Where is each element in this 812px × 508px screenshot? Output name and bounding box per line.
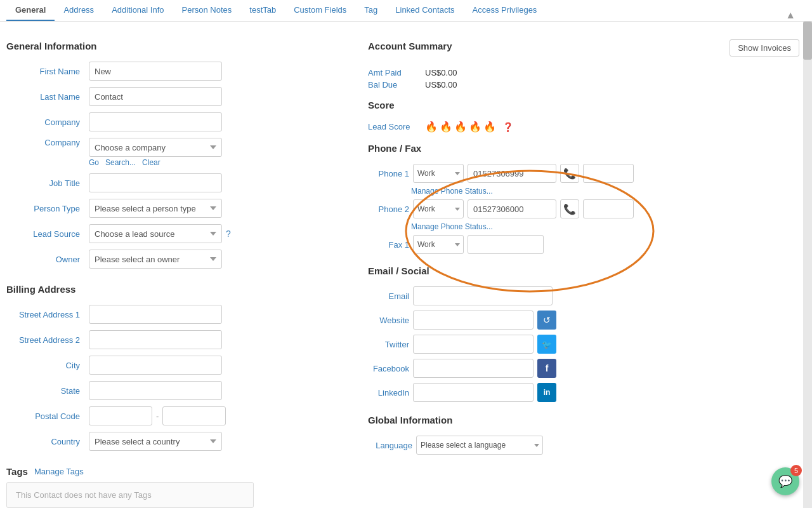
scrollbar-track[interactable] bbox=[803, 22, 812, 508]
company-clear-link[interactable]: Clear bbox=[142, 158, 160, 167]
first-name-input[interactable] bbox=[89, 62, 222, 81]
fax1-input[interactable] bbox=[468, 235, 544, 254]
postal-input1[interactable] bbox=[89, 406, 152, 425]
tab-additional-info[interactable]: Additional Info bbox=[103, 0, 173, 21]
tab-access-privileges[interactable]: Access Privileges bbox=[464, 0, 546, 21]
phone1-manage-link[interactable]: Manage Phone Status... bbox=[368, 187, 799, 196]
linkedin-label: LinkedIn bbox=[368, 388, 409, 398]
main-content: General Information First Name Last Name… bbox=[0, 22, 812, 508]
tags-header: Tags Manage Tags bbox=[6, 466, 343, 477]
email-social-title: Email / Social bbox=[368, 265, 799, 276]
email-input[interactable] bbox=[413, 286, 553, 305]
language-row: Language Please select a language bbox=[368, 436, 799, 455]
phone1-label: Phone 1 bbox=[368, 169, 409, 178]
country-row: Country Please select a country bbox=[6, 432, 343, 451]
right-panel: Account Summary Show Invoices Amt Paid U… bbox=[362, 34, 799, 508]
job-title-label: Job Title bbox=[6, 178, 89, 188]
street2-label: Street Address 2 bbox=[6, 335, 89, 345]
account-summary-section: Account Summary Show Invoices Amt Paid U… bbox=[368, 34, 799, 90]
city-row: City bbox=[6, 356, 343, 375]
company-text-input[interactable] bbox=[89, 112, 222, 131]
phone2-type-select[interactable]: Work bbox=[413, 199, 464, 218]
company-links: Go Search... Clear bbox=[89, 158, 222, 167]
amt-paid-value: US$0.00 bbox=[425, 68, 457, 77]
street2-row: Street Address 2 bbox=[6, 330, 343, 349]
street2-input[interactable] bbox=[89, 330, 222, 349]
collapse-icon[interactable]: ▲ bbox=[785, 10, 806, 21]
flame-3: 🔥 bbox=[454, 121, 467, 133]
lead-source-label: Lead Source bbox=[6, 229, 89, 239]
phone1-type-select[interactable]: Work bbox=[413, 164, 464, 183]
phone2-row: Phone 2 Work 📞 bbox=[368, 199, 799, 218]
fax1-type-select[interactable]: Work bbox=[413, 235, 464, 254]
flame-5: 🔥 bbox=[483, 121, 496, 133]
country-label: Country bbox=[6, 437, 89, 446]
twitter-icon: 🐦 bbox=[542, 340, 552, 349]
postal-input2[interactable] bbox=[162, 406, 226, 425]
website-open-button[interactable]: ↺ bbox=[537, 311, 556, 330]
state-input[interactable] bbox=[89, 381, 222, 400]
tab-address[interactable]: Address bbox=[55, 0, 103, 21]
company-select[interactable]: Choose a company bbox=[89, 138, 222, 157]
lead-score-help-icon[interactable]: ❓ bbox=[502, 122, 513, 132]
street1-label: Street Address 1 bbox=[6, 310, 89, 319]
phone1-input[interactable] bbox=[468, 164, 556, 183]
lead-source-select[interactable]: Choose a lead source bbox=[89, 224, 222, 243]
twitter-input[interactable] bbox=[413, 335, 534, 354]
phone2-ext-input[interactable] bbox=[583, 199, 634, 218]
company-search-link[interactable]: Search... bbox=[105, 158, 136, 167]
company-go-link[interactable]: Go bbox=[89, 158, 99, 167]
twitter-label: Twitter bbox=[368, 340, 409, 349]
postal-row: Postal Code - bbox=[6, 406, 343, 425]
tab-general[interactable]: General bbox=[6, 0, 55, 21]
email-social-section: Email / Social Email Website ↺ Twitter bbox=[368, 265, 799, 402]
linkedin-open-button[interactable]: in bbox=[537, 383, 556, 402]
phone2-input[interactable] bbox=[468, 199, 556, 218]
phone2-manage-link[interactable]: Manage Phone Status... bbox=[368, 222, 799, 231]
phone1-call-button[interactable]: 📞 bbox=[560, 164, 579, 183]
flame-4: 🔥 bbox=[469, 121, 481, 133]
billing-address-title: Billing Address bbox=[6, 284, 343, 295]
street1-input[interactable] bbox=[89, 305, 222, 324]
lead-score-row: Lead Score 🔥 🔥 🔥 🔥 🔥 ❓ bbox=[368, 121, 799, 133]
tab-linked-contacts[interactable]: Linked Contacts bbox=[386, 0, 463, 21]
linkedin-input[interactable] bbox=[413, 383, 534, 402]
scrollbar-thumb[interactable] bbox=[803, 22, 812, 60]
website-row: Website ↺ bbox=[368, 311, 799, 330]
website-input[interactable] bbox=[413, 311, 534, 330]
tab-tag[interactable]: Tag bbox=[355, 0, 386, 21]
twitter-open-button[interactable]: 🐦 bbox=[537, 335, 556, 354]
postal-inputs: - bbox=[89, 406, 226, 425]
chat-bubble[interactable]: 💬 5 bbox=[771, 467, 799, 495]
phone2-call-button[interactable]: 📞 bbox=[560, 199, 579, 218]
tab-custom-fields[interactable]: Custom Fields bbox=[285, 0, 355, 21]
manage-tags-link[interactable]: Manage Tags bbox=[34, 467, 84, 476]
global-info-title: Global Information bbox=[368, 415, 799, 425]
state-label: State bbox=[6, 386, 89, 396]
job-title-input[interactable] bbox=[89, 173, 222, 192]
chat-badge: 5 bbox=[790, 465, 802, 476]
show-invoices-button[interactable]: Show Invoices bbox=[730, 39, 799, 57]
language-select[interactable]: Please select a language bbox=[416, 436, 543, 455]
bal-due-label: Bal Due bbox=[368, 80, 406, 90]
tab-testtab[interactable]: testTab bbox=[240, 0, 285, 21]
owner-select[interactable]: Please select an owner bbox=[89, 250, 222, 269]
tab-person-notes[interactable]: Person Notes bbox=[173, 0, 241, 21]
lead-source-help-icon[interactable]: ? bbox=[226, 229, 231, 239]
city-input[interactable] bbox=[89, 356, 222, 375]
chat-icon: 💬 bbox=[778, 474, 792, 488]
facebook-input[interactable] bbox=[413, 359, 534, 378]
person-type-select[interactable]: Please select a person type bbox=[89, 199, 222, 218]
facebook-open-button[interactable]: f bbox=[537, 359, 556, 378]
amt-paid-row: Amt Paid US$0.00 bbox=[368, 68, 799, 77]
country-select[interactable]: Please select a country bbox=[89, 432, 222, 451]
facebook-row: Facebook f bbox=[368, 359, 799, 378]
company-select-row: Company Choose a company Go Search... Cl… bbox=[6, 138, 343, 167]
lead-score-label: Lead Score bbox=[368, 122, 419, 131]
global-information-section: Global Information Language Please selec… bbox=[368, 415, 799, 455]
last-name-input[interactable] bbox=[89, 87, 222, 106]
phone1-ext-input[interactable] bbox=[583, 164, 634, 183]
score-section: Score Lead Score 🔥 🔥 🔥 🔥 🔥 ❓ bbox=[368, 100, 799, 133]
website-label: Website bbox=[368, 316, 409, 325]
first-name-row: First Name bbox=[6, 62, 343, 81]
